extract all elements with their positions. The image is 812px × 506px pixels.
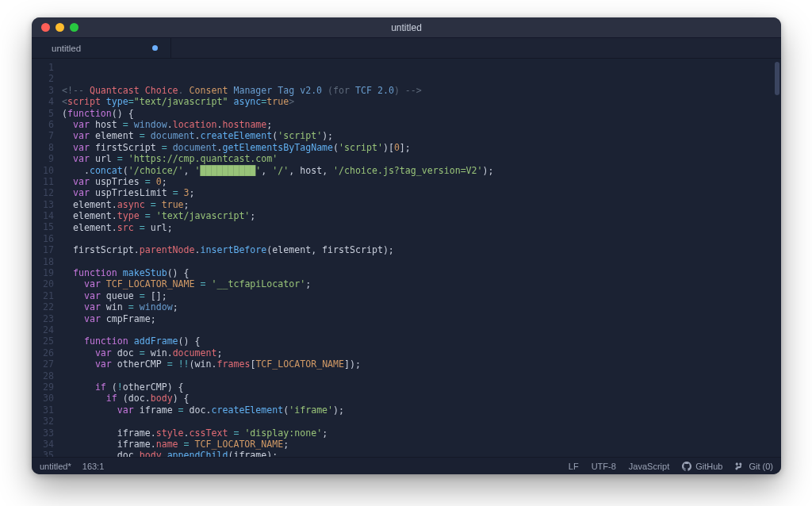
line-number: 23 xyxy=(32,313,54,324)
code-line[interactable]: var otherCMP = !!(win.frames[TCF_LOCATOR… xyxy=(62,358,781,370)
line-number: 26 xyxy=(32,347,54,358)
code-line[interactable]: var host = window.location.hostname; xyxy=(62,119,781,130)
minimize-window-button[interactable] xyxy=(56,23,64,32)
line-number-gutter: 1234567891011121314151617181920212223242… xyxy=(32,59,59,457)
line-number: 13 xyxy=(32,199,54,210)
line-number: 28 xyxy=(32,370,54,381)
code-line[interactable]: iframe.style.cssText = 'display:none'; xyxy=(62,427,781,439)
line-number: 27 xyxy=(32,358,54,370)
code-line[interactable]: doc.body.appendChild(iframe); xyxy=(62,450,781,457)
code-line[interactable]: (function() { xyxy=(62,108,781,119)
code-line[interactable]: var win = window; xyxy=(62,301,781,312)
git-branch-icon xyxy=(735,462,745,471)
line-number: 14 xyxy=(32,210,54,221)
code-line[interactable]: if (!otherCMP) { xyxy=(62,381,781,393)
code-line[interactable]: var doc = win.document; xyxy=(62,347,781,358)
status-line-ending[interactable]: LF xyxy=(569,462,579,471)
line-number: 33 xyxy=(32,427,54,439)
line-number: 9 xyxy=(32,153,54,164)
line-number: 18 xyxy=(32,256,54,267)
tab-label: untitled xyxy=(52,44,146,53)
line-number: 25 xyxy=(32,335,54,347)
code-line[interactable]: var iframe = doc.createElement('iframe')… xyxy=(62,404,781,416)
line-number: 17 xyxy=(32,244,54,255)
status-git[interactable]: Git (0) xyxy=(735,462,773,471)
line-number: 30 xyxy=(32,393,54,404)
modified-indicator-icon xyxy=(152,45,158,51)
status-filename[interactable]: untitled* xyxy=(40,462,71,471)
code-line[interactable]: .concat('/choice/', '██████████', '/', h… xyxy=(62,165,781,176)
code-line[interactable]: <!-- Quantcast Choice. Consent Manager T… xyxy=(62,85,781,96)
code-line[interactable]: iframe.name = TCF_LOCATOR_NAME; xyxy=(62,439,781,450)
status-bar: untitled* 163:1 LF UTF-8 JavaScript GitH… xyxy=(32,457,781,474)
line-number: 32 xyxy=(32,416,54,427)
code-line[interactable]: function makeStub() { xyxy=(62,267,781,278)
tab-bar: × untitled xyxy=(32,38,781,59)
code-line[interactable]: element.type = 'text/javascript'; xyxy=(62,210,781,221)
zoom-window-button[interactable] xyxy=(70,23,79,32)
tab-untitled[interactable]: × untitled xyxy=(32,38,171,58)
line-number: 1 xyxy=(32,62,54,73)
code-area[interactable]: <!-- Quantcast Choice. Consent Manager T… xyxy=(59,59,781,457)
editor[interactable]: 1234567891011121314151617181920212223242… xyxy=(32,59,781,457)
close-window-button[interactable] xyxy=(41,23,50,32)
line-number: 12 xyxy=(32,187,54,198)
line-number: 7 xyxy=(32,130,54,141)
code-line[interactable]: element.async = true; xyxy=(62,199,781,210)
line-number: 24 xyxy=(32,324,54,335)
code-line[interactable]: var TCF_LOCATOR_NAME = '__tcfapiLocator'… xyxy=(62,278,781,289)
line-number: 10 xyxy=(32,165,54,176)
status-github[interactable]: GitHub xyxy=(682,462,722,471)
status-cursor-position[interactable]: 163:1 xyxy=(82,462,105,471)
code-line[interactable] xyxy=(62,233,781,244)
line-number: 8 xyxy=(32,142,54,153)
code-line[interactable]: var uspTriesLimit = 3; xyxy=(62,187,781,198)
line-number: 5 xyxy=(32,108,54,119)
github-icon xyxy=(682,462,691,471)
line-number: 2 xyxy=(32,73,54,84)
code-line[interactable] xyxy=(62,370,781,381)
code-line[interactable]: var url = 'https://cmp.quantcast.com' xyxy=(62,153,781,164)
line-number: 22 xyxy=(32,301,54,312)
scrollbar-thumb[interactable] xyxy=(775,62,779,95)
code-line[interactable]: var uspTries = 0; xyxy=(62,176,781,187)
code-line[interactable] xyxy=(62,416,781,427)
line-number: 4 xyxy=(32,96,54,107)
code-line[interactable] xyxy=(62,256,781,267)
line-number: 29 xyxy=(32,381,54,393)
line-number: 3 xyxy=(32,85,54,96)
line-number: 35 xyxy=(32,450,54,457)
code-line[interactable]: function addFrame() { xyxy=(62,335,781,347)
code-line[interactable]: if (doc.body) { xyxy=(62,393,781,404)
code-line[interactable]: var cmpFrame; xyxy=(62,313,781,324)
line-number: 15 xyxy=(32,221,54,232)
editor-window: untitled × untitled 12345678910111213141… xyxy=(32,17,781,474)
titlebar: untitled xyxy=(32,17,781,38)
code-line[interactable]: var queue = []; xyxy=(62,290,781,301)
line-number: 21 xyxy=(32,290,54,301)
code-line[interactable]: var firstScript = document.getElementsBy… xyxy=(62,142,781,153)
code-line[interactable]: firstScript.parentNode.insertBefore(elem… xyxy=(62,244,781,255)
line-number: 31 xyxy=(32,404,54,416)
traffic-lights xyxy=(32,23,79,32)
line-number: 34 xyxy=(32,439,54,450)
code-line[interactable]: var element = document.createElement('sc… xyxy=(62,130,781,141)
line-number: 6 xyxy=(32,119,54,130)
line-number: 19 xyxy=(32,267,54,278)
line-number: 16 xyxy=(32,233,54,244)
code-line[interactable]: <script type="text/javascript" async=tru… xyxy=(62,96,781,107)
line-number: 20 xyxy=(32,278,54,289)
window-title: untitled xyxy=(32,22,781,33)
status-language[interactable]: JavaScript xyxy=(629,462,669,471)
line-number: 11 xyxy=(32,176,54,187)
status-encoding[interactable]: UTF-8 xyxy=(592,462,616,471)
code-line[interactable]: element.src = url; xyxy=(62,222,781,233)
code-line[interactable] xyxy=(62,324,781,335)
